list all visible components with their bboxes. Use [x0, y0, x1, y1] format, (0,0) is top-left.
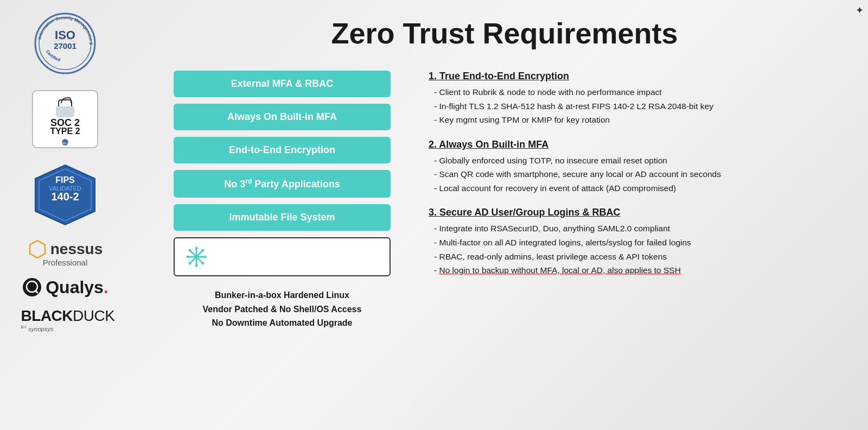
nessus-text: nessus	[50, 241, 103, 258]
corner-decoration: ✦	[856, 4, 864, 16]
qualys-logo: Qualys.	[22, 277, 108, 298]
svg-point-26	[195, 247, 198, 250]
soc2-badge: SOC 2 TYPE 2 AICPA SOC	[30, 88, 100, 153]
btn-builtin-mfa: Always On Built-in MFA	[174, 104, 391, 130]
svg-text:Certified: Certified	[45, 49, 61, 63]
btn-no-3rd-party: No 3rd Party Applications	[174, 170, 391, 198]
iso-badge: Information Security Management System I…	[33, 11, 98, 78]
svg-marker-18	[30, 241, 45, 258]
req-item-3-2: - RBAC, read-only admins, least privileg…	[429, 250, 852, 264]
svg-point-32	[202, 249, 205, 252]
req-item-2-2: - Local account for recovery in event of…	[429, 181, 852, 195]
page-title: Zero Trust Requirements	[141, 16, 868, 50]
fips-badge: FIPS VALIDATED 140-2	[33, 162, 98, 230]
req-item-3-1: - Multi-factor on all AD integrated logi…	[429, 236, 852, 250]
bunker-box	[174, 237, 391, 276]
req-item-1-1: - In-flight TLS 1.2 SHA-512 hash & at-re…	[429, 99, 852, 113]
req-title-2: 2. Always On Built-in MFA	[429, 139, 852, 150]
req-title-3: 3. Secure AD User/Group Logins & RBAC	[429, 207, 852, 218]
blackduck-sub: BY synopsys	[21, 325, 54, 332]
svg-point-30	[189, 249, 192, 252]
qualys-text: Qualys.	[46, 277, 108, 298]
btn-mfa-rbac: External MFA & RBAC	[174, 71, 391, 97]
req-section-1: 1. True End-to-End Encryption - Client t…	[429, 71, 852, 127]
blackduck-logo: BLACKDUCK BY synopsys	[16, 307, 115, 332]
svg-text:TYPE 2: TYPE 2	[50, 127, 80, 136]
btn-encryption: End-to-End Encryption	[174, 137, 391, 163]
svg-text:27001: 27001	[54, 41, 76, 50]
svg-point-29	[204, 256, 207, 258]
svg-text:AICPA SOC: AICPA SOC	[58, 142, 73, 145]
req-item-2-1: - Scan QR code with smartphone, secure a…	[429, 167, 852, 181]
nessus-professional-label: Professional	[43, 258, 88, 267]
center-diagram: External MFA & RBAC Always On Built-in M…	[163, 71, 401, 330]
req-item-1-0: - Client to Rubrik & node to node with n…	[429, 85, 852, 99]
req-title-1: 1. True End-to-End Encryption	[429, 71, 852, 82]
svg-point-27	[195, 264, 198, 267]
btn-immutable-fs: Immutable File System	[174, 204, 391, 231]
bunker-description: Bunker-in-a-box Hardened Linux Vendor Pa…	[203, 288, 362, 330]
svg-point-33	[189, 262, 192, 265]
right-content: 1. True End-to-End Encryption - Client t…	[429, 71, 852, 289]
req-item-2-0: - Globally enforced using TOTP, no insec…	[429, 154, 852, 168]
svg-point-28	[187, 256, 189, 258]
req-section-2: 2. Always On Built-in MFA - Globally enf…	[429, 139, 852, 195]
svg-text:FIPS: FIPS	[55, 175, 75, 185]
req-item-1-2: - Key mgmt using TPM or KMIP for key rot…	[429, 113, 852, 127]
svg-text:ISO: ISO	[55, 28, 75, 42]
req-section-3: 3. Secure AD User/Group Logins & RBAC - …	[429, 207, 852, 277]
blackduck-text: BLACKDUCK	[21, 307, 115, 325]
req-item-3-3: - No login to backup without MFA, local …	[429, 263, 852, 277]
req-item-3-0: - Integrate into RSASecurID, Duo, anythi…	[429, 222, 852, 236]
bunker-icon	[186, 246, 207, 268]
svg-point-31	[202, 262, 205, 265]
nessus-logo: nessus Professional	[28, 239, 103, 267]
svg-text:140-2: 140-2	[51, 191, 79, 203]
left-sidebar: Information Security Management System I…	[0, 0, 130, 430]
highlighted-text: No login to backup without MFA, local or…	[439, 265, 680, 275]
